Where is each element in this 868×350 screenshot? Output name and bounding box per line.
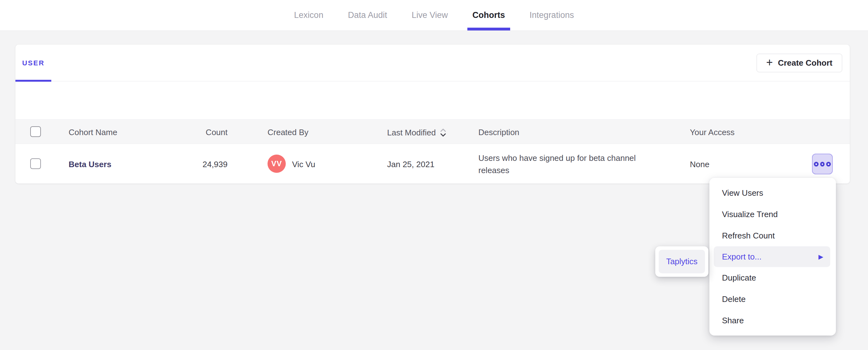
cohort-name-link[interactable]: Beta Users (69, 160, 112, 169)
ellipsis-icon (826, 162, 831, 167)
last-modified-label: Last Modified (387, 128, 436, 138)
plus-icon: + (766, 57, 773, 68)
export-submenu: Taplytics (655, 246, 708, 277)
table-header: Cohort Name Count Created By Last Modifi… (16, 119, 850, 144)
submenu-arrow-icon: ▶ (818, 253, 823, 260)
column-header-description: Description (478, 128, 519, 137)
export-to-label: Export to... (722, 252, 762, 262)
menu-item-visualize-trend[interactable]: Visualize Trend (709, 204, 836, 225)
tab-lexicon[interactable]: Lexicon (294, 0, 323, 31)
menu-item-view-users[interactable]: View Users (709, 182, 836, 204)
ellipsis-icon (814, 162, 818, 167)
cohorts-panel: USER + Create Cohort 1 Results Filter by… (16, 45, 850, 183)
menu-item-refresh-count[interactable]: Refresh Count (709, 225, 836, 246)
create-cohort-button[interactable]: + Create Cohort (756, 54, 842, 72)
created-by-value: Vic Vu (292, 160, 315, 169)
menu-item-export-to[interactable]: Export to... ▶ (714, 246, 830, 267)
select-all-checkbox[interactable] (30, 126, 41, 137)
description-value: Users who have signed up for beta channe… (478, 152, 667, 177)
sort-icon (440, 128, 446, 138)
menu-item-delete[interactable]: Delete (709, 288, 836, 310)
menu-item-duplicate[interactable]: Duplicate (709, 267, 836, 288)
top-bar: Lexicon Data Audit Live View Cohorts Int… (0, 0, 868, 31)
column-header-your-access: Your Access (690, 128, 735, 137)
submenu-item-taplytics[interactable]: Taplytics (659, 250, 705, 273)
column-header-cohort-name: Cohort Name (69, 128, 117, 137)
column-header-count: Count (166, 128, 227, 137)
avatar: VV (268, 154, 286, 173)
row-actions-menu: View Users Visualize Trend Refresh Count… (709, 178, 836, 336)
create-cohort-label: Create Cohort (778, 58, 832, 68)
tab-cohorts[interactable]: Cohorts (472, 0, 505, 31)
tab-user[interactable]: USER (16, 45, 51, 81)
panel-tabs-row: USER + Create Cohort (16, 45, 850, 81)
filter-bar: 1 Results Filter by Created By Anyone ▼ … (16, 81, 850, 119)
row-checkbox[interactable] (30, 159, 41, 169)
column-header-last-modified[interactable]: Last Modified (387, 128, 446, 138)
top-navigation: Lexicon Data Audit Live View Cohorts Int… (0, 0, 868, 31)
tab-live-view[interactable]: Live View (412, 0, 448, 31)
column-header-created-by: Created By (268, 128, 308, 137)
last-modified-value: Jan 25, 2021 (387, 160, 434, 169)
menu-item-share[interactable]: Share (709, 310, 836, 331)
tab-integrations[interactable]: Integrations (530, 0, 574, 31)
your-access-value: None (690, 160, 709, 169)
cohort-count: 24,939 (166, 160, 227, 169)
tab-data-audit[interactable]: Data Audit (348, 0, 387, 31)
row-actions-button[interactable] (812, 154, 833, 174)
ellipsis-icon (820, 162, 825, 167)
